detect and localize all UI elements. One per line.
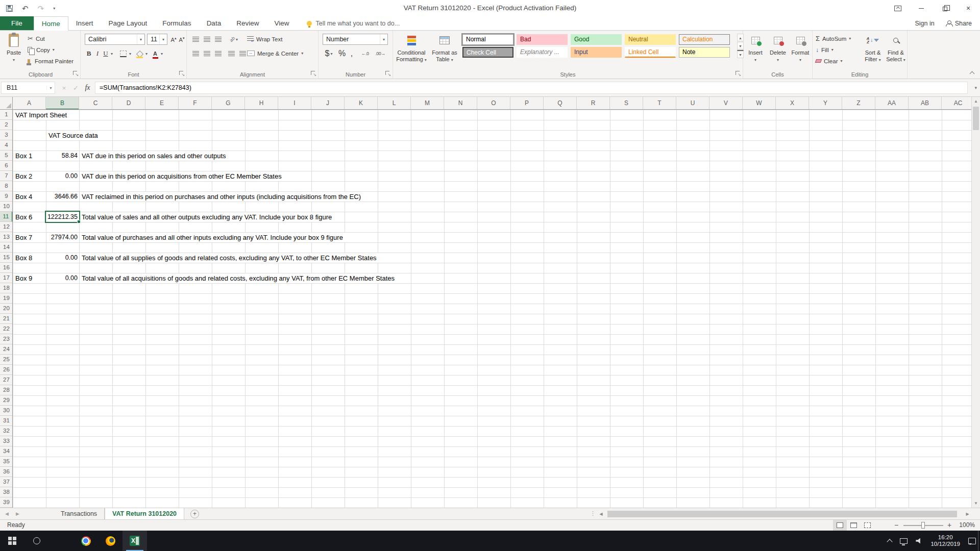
row-header-15[interactable]: 15 — [0, 253, 13, 263]
fill-color-button[interactable] — [135, 48, 144, 59]
percent-style-button[interactable]: % — [338, 48, 346, 59]
column-header-U[interactable]: U — [676, 97, 709, 110]
close-button[interactable]: × — [957, 0, 980, 16]
cell-A9[interactable]: Box 4 — [13, 192, 34, 202]
ribbon-tab-data[interactable]: Data — [199, 16, 229, 30]
cell-A17[interactable]: Box 9 — [13, 273, 34, 283]
column-header-AA[interactable]: AA — [875, 97, 909, 110]
cell-style-bad[interactable]: Bad — [517, 34, 568, 45]
column-header-K[interactable]: K — [345, 97, 378, 110]
increase-decimal-button[interactable]: ←.0 — [358, 48, 372, 59]
row-header-14[interactable]: 14 — [0, 242, 13, 253]
insert-function-icon[interactable]: fx — [82, 84, 93, 92]
normal-view-button[interactable] — [833, 520, 847, 531]
cancel-entry-icon[interactable]: × — [58, 84, 70, 92]
find-select-button[interactable]: Find &Select ▾ — [885, 32, 906, 63]
row-header-34[interactable]: 34 — [0, 446, 13, 457]
cell-C17[interactable]: Total value of all acquisitions of goods… — [80, 273, 397, 283]
ribbon-tab-review[interactable]: Review — [229, 16, 266, 30]
cell-C11[interactable]: Total value of sales and all other outpu… — [80, 212, 334, 222]
row-header-18[interactable]: 18 — [0, 283, 13, 293]
cell-A11[interactable]: Box 6 — [13, 212, 34, 222]
align-middle-button[interactable] — [202, 34, 211, 45]
column-header-G[interactable]: G — [212, 97, 245, 110]
previous-sheet-icon[interactable]: ◀ — [5, 511, 9, 516]
row-header-12[interactable]: 12 — [0, 222, 13, 232]
add-sheet-button[interactable]: + — [190, 510, 199, 518]
cell-style-normal[interactable]: Normal — [462, 34, 513, 45]
cell-style-calculation[interactable]: Calculation — [679, 34, 730, 45]
network-icon[interactable] — [900, 538, 908, 544]
row-header-23[interactable]: 23 — [0, 334, 13, 344]
column-header-Q[interactable]: Q — [544, 97, 577, 110]
cell-A13[interactable]: Box 7 — [13, 233, 34, 242]
row-header-28[interactable]: 28 — [0, 385, 13, 395]
zoom-slider-handle[interactable] — [921, 522, 925, 529]
row-header-11[interactable]: 11 — [0, 212, 13, 222]
merge-center-button[interactable]: Merge & Center▾ — [247, 48, 303, 59]
cell-style-good[interactable]: Good — [571, 34, 622, 45]
column-header-E[interactable]: E — [145, 97, 179, 110]
ribbon-tab-page-layout[interactable]: Page Layout — [101, 16, 155, 30]
cell-B13[interactable]: 27974.00 — [46, 233, 79, 242]
cell-C7[interactable]: VAT due in this period on acquisitions f… — [80, 171, 284, 181]
scroll-down-icon[interactable]: ▼ — [972, 499, 980, 508]
row-header-25[interactable]: 25 — [0, 355, 13, 365]
row-header-33[interactable]: 33 — [0, 436, 13, 446]
accounting-format-button[interactable]: $▾ — [323, 48, 335, 59]
minimize-button[interactable] — [910, 0, 933, 16]
cell-C5[interactable]: VAT due in this period on sales and othe… — [80, 151, 228, 161]
scroll-up-icon[interactable]: ▲ — [972, 97, 980, 106]
borders-button[interactable] — [118, 48, 128, 59]
cell-C15[interactable]: Total value of all supplies of goods and… — [80, 253, 379, 263]
insert-cells-button[interactable]: Insert▾ — [744, 32, 767, 63]
sign-in-link[interactable]: Sign in — [915, 20, 934, 27]
column-header-A[interactable]: A — [13, 97, 46, 110]
row-header-36[interactable]: 36 — [0, 467, 13, 477]
file-tab[interactable]: File — [0, 16, 34, 30]
row-header-7[interactable]: 7 — [0, 171, 13, 181]
row-header-22[interactable]: 22 — [0, 324, 13, 334]
row-header-5[interactable]: 5 — [0, 151, 13, 161]
cell-B3[interactable]: VAT Source data — [46, 131, 100, 140]
action-center-icon[interactable] — [968, 538, 976, 544]
underline-dropdown[interactable]: ▾ — [109, 48, 114, 59]
column-header-V[interactable]: V — [709, 97, 743, 110]
cell-C13[interactable]: Total value of purchases and all other i… — [80, 233, 345, 242]
column-header-F[interactable]: F — [179, 97, 212, 110]
cell-A15[interactable]: Box 8 — [13, 253, 34, 263]
number-format-select[interactable]: Number▾ — [323, 34, 388, 45]
ribbon-tab-home[interactable]: Home — [34, 16, 68, 31]
formula-input[interactable]: =SUM(Transactions!K2:K27843) — [95, 82, 968, 94]
shrink-font-button[interactable]: A▾ — [178, 34, 186, 45]
ribbon-tab-formulas[interactable]: Formulas — [155, 16, 199, 30]
decrease-indent-button[interactable] — [227, 48, 236, 59]
cell-B17[interactable]: 0.00 — [46, 273, 79, 283]
italic-button[interactable]: I — [94, 48, 101, 59]
column-header-I[interactable]: I — [278, 97, 311, 110]
cell-C9[interactable]: VAT reclaimed in this period on purchase… — [80, 192, 363, 202]
expand-formula-bar-icon[interactable]: ▾ — [974, 85, 977, 90]
row-header-21[interactable]: 21 — [0, 314, 13, 324]
format-cells-button[interactable]: Format▾ — [789, 32, 812, 63]
copy-button[interactable]: Copy▾ — [28, 44, 55, 55]
alignment-dialog-launcher-icon[interactable] — [311, 71, 316, 77]
styles-dialog-launcher-icon[interactable] — [736, 71, 741, 77]
row-header-30[interactable]: 30 — [0, 406, 13, 416]
zoom-level[interactable]: 100% — [953, 520, 975, 531]
column-header-L[interactable]: L — [378, 97, 411, 110]
grow-font-button[interactable]: A▴ — [169, 34, 178, 45]
column-header-T[interactable]: T — [643, 97, 676, 110]
share-button[interactable]: Share — [946, 20, 972, 27]
orientation-button[interactable]: ab▾ — [229, 34, 239, 45]
ribbon-tab-view[interactable]: View — [266, 16, 297, 30]
zoom-out-button[interactable]: − — [894, 520, 898, 530]
horizontal-scroll-thumb[interactable] — [607, 511, 957, 517]
scroll-right-icon[interactable]: ▶ — [964, 510, 971, 518]
underline-button[interactable]: U — [102, 48, 109, 59]
vertical-scroll-thumb[interactable] — [973, 107, 979, 130]
column-header-P[interactable]: P — [510, 97, 544, 110]
taskbar-chrome-button[interactable] — [74, 531, 98, 551]
column-header-J[interactable]: J — [311, 97, 345, 110]
fill-color-dropdown[interactable]: ▾ — [144, 48, 149, 59]
